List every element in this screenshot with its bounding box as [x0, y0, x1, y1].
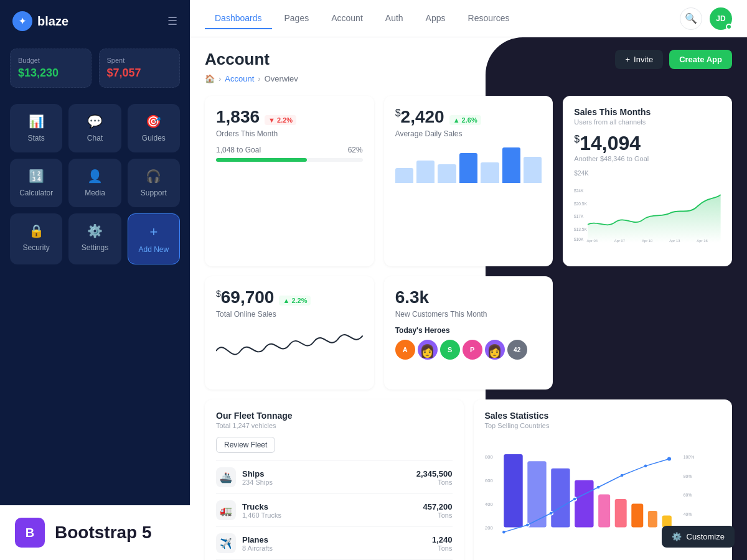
bar-7 [524, 157, 542, 183]
svg-text:40%: 40% [683, 512, 692, 516]
bottom-grid: Our Fleet Tonnage Total 1,247 vehicles R… [205, 399, 732, 560]
ships-icon: 🚢 [216, 467, 236, 487]
planes-unit: Tons [432, 544, 453, 552]
orders-value: 1,836 [216, 107, 260, 127]
svg-text:80%: 80% [683, 474, 692, 478]
security-icon: 🔒 [29, 223, 44, 238]
svg-rect-16 [551, 469, 570, 528]
tab-resources[interactable]: Resources [458, 8, 520, 29]
spent-card: Spent $7,057 [99, 49, 181, 88]
heroes-label: Today's Heroes [395, 326, 542, 335]
support-icon: 🎧 [146, 169, 161, 184]
review-fleet-button[interactable]: Review Fleet [216, 437, 275, 453]
tab-account[interactable]: Account [321, 8, 373, 29]
svg-rect-18 [598, 494, 610, 527]
bar-1 [395, 168, 413, 183]
budget-card: Budget $13,230 [10, 49, 92, 88]
sidebar-item-add-new[interactable]: + Add New [128, 213, 180, 264]
ships-name: Ships [242, 469, 273, 478]
spent-value: $7,057 [107, 67, 172, 80]
svg-text:600: 600 [485, 478, 493, 483]
heroes-avatars: A 👩 S P 👩 42 [395, 340, 542, 360]
plus-icon: + [625, 55, 630, 64]
invite-button[interactable]: + Invite [615, 50, 663, 69]
bar-5 [481, 162, 499, 183]
trucks-name: Trucks [242, 502, 281, 511]
stats-title: Sales Statistics [485, 411, 721, 421]
orders-label: Orders This Month [216, 129, 363, 138]
svg-text:Apr 04: Apr 04 [587, 239, 598, 243]
sidebar: ✦ blaze ☰ Budget $13,230 Spent $7,057 📊 … [0, 0, 190, 560]
home-icon[interactable]: 🏠 [205, 74, 215, 83]
content-inner: Account + Invite Create App 🏠 › Account … [190, 37, 747, 560]
metrics-row: 1,836 ▼ 2.2% Orders This Month 1,048 to … [205, 96, 732, 266]
online-sales-card: $69,700 ▲ 2.2% Total Online Sales [205, 276, 374, 390]
tab-dashboards[interactable]: Dashboards [205, 8, 272, 29]
svg-point-30 [667, 457, 672, 462]
tab-auth[interactable]: Auth [375, 8, 413, 29]
sidebar-item-support[interactable]: 🎧 Support [128, 159, 180, 207]
trucks-value: 457,200 [423, 502, 453, 511]
sidebar-item-calculator[interactable]: 🔢 Calculator [10, 159, 62, 207]
menu-icon[interactable]: ☰ [167, 14, 177, 28]
fleet-subtitle: Total 1,247 vehicles [216, 422, 453, 429]
svg-text:Apr 10: Apr 10 [642, 239, 653, 243]
sidebar-item-label: Guides [142, 134, 166, 142]
sales-line-chart: $24K $20.5K $17K $13.5K $10K Apr 04 Apr … [574, 178, 721, 253]
top-nav-right: 🔍 JD [680, 7, 732, 30]
svg-text:Apr 07: Apr 07 [614, 239, 625, 243]
guides-icon: 🎯 [146, 114, 161, 129]
sidebar-item-label: Settings [82, 243, 108, 252]
user-avatar[interactable]: JD [710, 7, 732, 30]
sidebar-item-settings[interactable]: ⚙️ Settings [68, 213, 121, 264]
customers-card: 6.3k New Customers This Month Today's He… [384, 276, 553, 390]
bar-chart [395, 146, 542, 183]
budget-cards: Budget $13,230 Spent $7,057 [0, 42, 190, 98]
svg-rect-19 [614, 499, 626, 528]
second-row-spacer [563, 276, 732, 390]
hero-avatar-4: P [463, 340, 482, 360]
breadcrumb-account[interactable]: Account [225, 74, 254, 83]
tab-pages[interactable]: Pages [275, 8, 319, 29]
goal-pct: 62% [348, 146, 363, 154]
logo-icon: ✦ [12, 11, 32, 31]
create-app-button[interactable]: Create App [669, 50, 732, 69]
planes-value: 1,240 [432, 535, 453, 544]
orders-badge: ▼ 2.2% [265, 115, 296, 125]
logo-area: ✦ blaze [12, 11, 68, 31]
fleet-title: Our Fleet Tonnage [216, 411, 453, 421]
planes-count: 8 Aircrafts [242, 544, 273, 552]
sidebar-item-media[interactable]: 👤 Media [68, 159, 121, 207]
tab-apps[interactable]: Apps [416, 8, 456, 29]
hero-avatar-3: S [440, 340, 460, 360]
header-actions: + Invite Create App [615, 50, 732, 69]
sidebar-item-stats[interactable]: 📊 Stats [10, 104, 62, 152]
stats-icon: 📊 [29, 114, 44, 129]
sidebar-item-security[interactable]: 🔒 Security [10, 213, 62, 264]
progress-bar-bg [216, 158, 363, 162]
search-button[interactable]: 🔍 [680, 7, 702, 30]
progress-section: 1,048 to Goal 62% [216, 146, 363, 162]
sales-goal-text: Another $48,346 to Goal [574, 155, 721, 162]
svg-text:100%: 100% [683, 455, 693, 459]
bar-4 [459, 153, 477, 183]
orders-card: 1,836 ▼ 2.2% Orders This Month 1,048 to … [205, 96, 374, 266]
sidebar-header: ✦ blaze ☰ [0, 0, 190, 42]
ships-value: 2,345,500 [416, 469, 453, 478]
bootstrap-badge: B Bootstrap 5 [0, 505, 190, 560]
sidebar-item-label: Support [141, 189, 167, 197]
goal-text: 1,048 to Goal [216, 146, 261, 154]
sidebar-item-chat[interactable]: 💬 Chat [68, 104, 121, 152]
fleet-item-trucks: 🚛 Trucks 1,460 Trucks 457,200 Tons [216, 493, 453, 526]
sidebar-item-guides[interactable]: 🎯 Guides [128, 104, 180, 152]
second-row: $69,700 ▲ 2.2% Total Online Sales 6.3k N… [205, 276, 732, 390]
stats-subtitle: Top Selling Countries [485, 422, 721, 429]
avatar-initials: JD [716, 14, 725, 23]
online-dot [726, 24, 732, 30]
online-sales-label: Total Online Sales [216, 310, 363, 319]
bootstrap-text: Bootstrap 5 [55, 523, 152, 543]
content-area: Account + Invite Create App 🏠 › Account … [190, 37, 747, 560]
customize-button[interactable]: ⚙️ Customize [662, 526, 735, 548]
top-nav: Dashboards Pages Account Auth Apps Resou… [190, 0, 747, 37]
svg-text:200: 200 [485, 525, 493, 531]
